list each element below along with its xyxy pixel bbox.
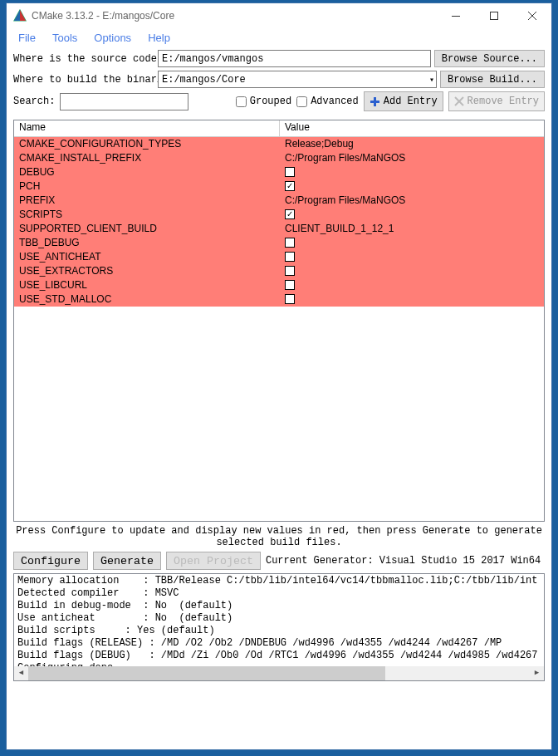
minimize-button[interactable] xyxy=(437,3,475,28)
svg-rect-4 xyxy=(491,12,498,20)
cell-name: PCH xyxy=(14,179,280,194)
cmake-icon xyxy=(13,9,27,22)
log-output[interactable]: Memory allocation : TBB/Release C:/tbb/l… xyxy=(13,573,545,681)
svg-rect-8 xyxy=(370,101,379,103)
titlebar: CMake 3.13.2 - E:/mangos/Core xyxy=(7,3,551,28)
cell-value[interactable] xyxy=(280,292,544,307)
generator-row: Configure Generate Open Project Current … xyxy=(7,550,551,573)
table-row[interactable]: USE_EXTRACTORS xyxy=(14,264,544,278)
source-label: Where is the source code: xyxy=(13,53,154,65)
configure-button[interactable]: Configure xyxy=(13,552,88,570)
horizontal-scrollbar[interactable]: ◀ ▶ xyxy=(14,666,544,680)
build-path-select[interactable]: E:/mangos/Core xyxy=(158,71,437,88)
col-header-name[interactable]: Name xyxy=(14,120,280,136)
advanced-checkbox[interactable] xyxy=(296,96,307,107)
browse-build-button[interactable]: Browse Build... xyxy=(440,71,545,88)
scroll-right-icon[interactable]: ▶ xyxy=(530,666,544,680)
advanced-checkbox-wrap[interactable]: Advanced xyxy=(296,96,359,107)
cell-value[interactable]: C:/Program Files/MaNGOS xyxy=(280,151,544,165)
table-header: Name Value xyxy=(14,120,544,137)
menu-help[interactable]: Help xyxy=(141,30,177,46)
cell-name: CMAKE_CONFIGURATION_TYPES xyxy=(14,137,280,151)
menu-tools[interactable]: Tools xyxy=(46,30,84,46)
menu-options[interactable]: Options xyxy=(87,30,138,46)
cell-value[interactable] xyxy=(280,165,544,179)
cell-value[interactable]: ✓ xyxy=(280,179,544,194)
add-entry-button[interactable]: Add Entry xyxy=(364,91,443,111)
source-path-input[interactable] xyxy=(158,50,431,67)
table-row[interactable]: PREFIXC:/Program Files/MaNGOS xyxy=(14,194,544,208)
table-row[interactable]: USE_STD_MALLOC xyxy=(14,292,544,307)
table-body: CMAKE_CONFIGURATION_TYPESRelease;DebugCM… xyxy=(14,137,544,521)
cell-name: USE_STD_MALLOC xyxy=(14,292,280,307)
table-row[interactable]: CMAKE_CONFIGURATION_TYPESRelease;Debug xyxy=(14,137,544,151)
close-button[interactable] xyxy=(513,3,551,28)
generate-button[interactable]: Generate xyxy=(93,552,161,570)
cell-name: CMAKE_INSTALL_PREFIX xyxy=(14,151,280,165)
scroll-left-icon[interactable]: ◀ xyxy=(14,666,28,680)
checkbox-icon[interactable]: ✓ xyxy=(285,181,295,191)
table-row[interactable]: TBB_DEBUG xyxy=(14,236,544,250)
maximize-button[interactable] xyxy=(475,3,513,28)
scroll-thumb[interactable] xyxy=(28,666,385,680)
log-content: Memory allocation : TBB/Release C:/tbb/l… xyxy=(14,574,544,675)
cell-value[interactable] xyxy=(280,250,544,264)
checkbox-icon[interactable]: ✓ xyxy=(285,209,295,219)
table-row[interactable]: DEBUG xyxy=(14,165,544,179)
cell-name: TBB_DEBUG xyxy=(14,236,280,250)
grouped-checkbox-wrap[interactable]: Grouped xyxy=(236,96,291,107)
source-row: Where is the source code: Browse Source.… xyxy=(13,50,545,67)
window: CMake 3.13.2 - E:/mangos/Core File Tools… xyxy=(6,2,552,750)
cell-value[interactable]: CLIENT_BUILD_1_12_1 xyxy=(280,222,544,236)
cell-value[interactable] xyxy=(280,236,544,250)
x-icon xyxy=(454,96,464,106)
cell-value[interactable]: ✓ xyxy=(280,208,544,222)
cache-table: Name Value CMAKE_CONFIGURATION_TYPESRele… xyxy=(13,120,545,522)
hint-text: Press Configure to update and display ne… xyxy=(7,522,551,550)
plus-icon xyxy=(370,96,380,107)
col-header-value[interactable]: Value xyxy=(280,120,544,136)
cell-value[interactable]: C:/Program Files/MaNGOS xyxy=(280,194,544,208)
cell-value[interactable]: Release;Debug xyxy=(280,137,544,151)
window-title: CMake 3.13.2 - E:/mangos/Core xyxy=(32,10,174,22)
search-row: Search: Grouped Advanced Add Entry xyxy=(13,91,545,111)
checkbox-icon[interactable] xyxy=(285,280,295,290)
table-row[interactable]: USE_ANTICHEAT xyxy=(14,250,544,264)
cell-name: SCRIPTS xyxy=(14,208,280,222)
build-row: Where to build the binaries: E:/mangos/C… xyxy=(13,71,545,88)
browse-source-button[interactable]: Browse Source... xyxy=(434,50,545,67)
cell-name: SUPPORTED_CLIENT_BUILD xyxy=(14,222,280,236)
cell-name: USE_ANTICHEAT xyxy=(14,250,280,264)
checkbox-icon[interactable] xyxy=(285,167,295,177)
cell-name: USE_EXTRACTORS xyxy=(14,264,280,278)
menu-file[interactable]: File xyxy=(12,30,42,46)
checkbox-icon[interactable] xyxy=(285,238,295,248)
open-project-button: Open Project xyxy=(166,552,261,570)
table-row[interactable]: SCRIPTS✓ xyxy=(14,208,544,222)
remove-entry-button: Remove Entry xyxy=(448,91,545,111)
table-row[interactable]: PCH✓ xyxy=(14,179,544,194)
table-row[interactable]: CMAKE_INSTALL_PREFIXC:/Program Files/MaN… xyxy=(14,151,544,165)
svg-rect-3 xyxy=(452,16,460,17)
checkbox-icon[interactable] xyxy=(285,294,295,304)
search-label: Search: xyxy=(13,96,55,107)
grouped-checkbox[interactable] xyxy=(236,96,247,107)
cell-name: DEBUG xyxy=(14,165,280,179)
menubar: File Tools Options Help xyxy=(7,28,551,47)
checkbox-icon[interactable] xyxy=(285,252,295,262)
checkbox-icon[interactable] xyxy=(285,266,295,276)
table-row[interactable]: SUPPORTED_CLIENT_BUILDCLIENT_BUILD_1_12_… xyxy=(14,222,544,236)
build-label: Where to build the binaries: xyxy=(13,74,154,86)
cell-name: PREFIX xyxy=(14,194,280,208)
cell-value[interactable] xyxy=(280,264,544,278)
cell-name: USE_LIBCURL xyxy=(14,278,280,292)
table-row[interactable]: USE_LIBCURL xyxy=(14,278,544,292)
current-generator-label: Current Generator: Visual Studio 15 2017… xyxy=(266,555,541,567)
search-input[interactable] xyxy=(60,93,188,110)
cell-value[interactable] xyxy=(280,278,544,292)
